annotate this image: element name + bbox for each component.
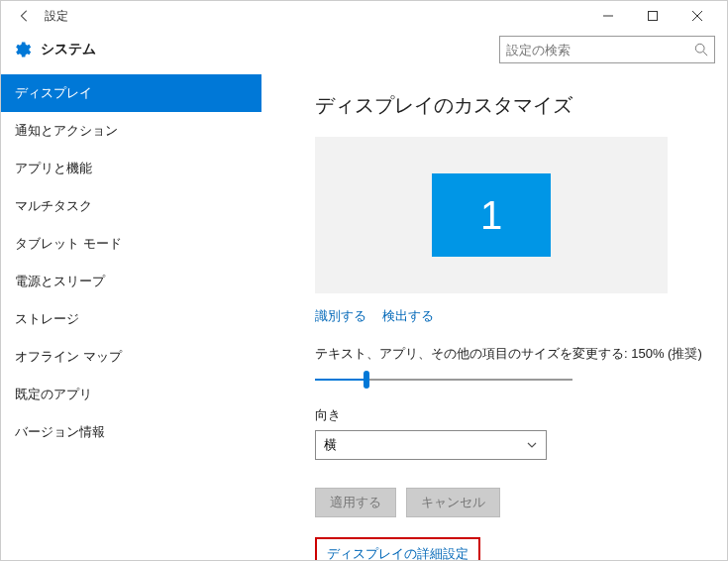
close-button[interactable]	[675, 1, 719, 31]
sidebar-item-storage[interactable]: ストレージ	[1, 300, 261, 338]
search-icon	[694, 43, 708, 56]
section-title: システム	[41, 41, 96, 58]
scale-label: テキスト、アプリ、その他の項目のサイズを変更する: 150% (推奨)	[315, 345, 727, 363]
search-input[interactable]	[506, 43, 694, 57]
svg-point-4	[695, 44, 704, 53]
header: システム	[1, 31, 727, 68]
sidebar-item-about[interactable]: バージョン情報	[1, 413, 261, 451]
orientation-label: 向き	[315, 406, 727, 424]
scale-slider[interactable]	[315, 371, 572, 389]
apply-button[interactable]: 適用する	[315, 488, 396, 517]
titlebar: 設定	[1, 1, 727, 31]
chevron-down-icon	[526, 439, 538, 451]
sidebar-item-tablet[interactable]: タブレット モード	[1, 225, 261, 263]
sidebar-item-default-apps[interactable]: 既定のアプリ	[1, 376, 261, 413]
window-controls	[585, 1, 719, 31]
maximize-button[interactable]	[630, 1, 675, 31]
minimize-button[interactable]	[585, 1, 630, 31]
search-box[interactable]	[499, 36, 715, 63]
svg-line-5	[703, 52, 707, 56]
detect-link[interactable]: 検出する	[382, 307, 434, 325]
sidebar: ディスプレイ 通知とアクション アプリと機能 マルチタスク タブレット モード …	[1, 74, 261, 560]
sidebar-item-maps[interactable]: オフライン マップ	[1, 338, 261, 376]
orientation-select[interactable]: 横	[315, 430, 547, 460]
page-heading: ディスプレイのカスタマイズ	[315, 92, 727, 119]
monitor-tile[interactable]: 1	[432, 173, 551, 257]
sidebar-item-display[interactable]: ディスプレイ	[1, 74, 261, 112]
svg-rect-1	[648, 12, 657, 21]
window-title: 設定	[45, 8, 68, 25]
identify-link[interactable]: 識別する	[315, 307, 366, 325]
sidebar-item-multitask[interactable]: マルチタスク	[1, 187, 261, 225]
sidebar-item-apps[interactable]: アプリと機能	[1, 150, 261, 187]
back-button[interactable]	[9, 1, 41, 31]
advanced-display-link[interactable]: ディスプレイの詳細設定	[315, 537, 480, 560]
sidebar-item-power[interactable]: 電源とスリープ	[1, 263, 261, 300]
content-area: ディスプレイのカスタマイズ 1 識別する 検出する テキスト、アプリ、その他の項…	[261, 74, 727, 560]
gear-icon	[11, 39, 33, 60]
display-preview: 1	[315, 137, 668, 293]
slider-thumb[interactable]	[364, 371, 369, 389]
sidebar-item-notifications[interactable]: 通知とアクション	[1, 112, 261, 150]
cancel-button[interactable]: キャンセル	[406, 488, 500, 517]
